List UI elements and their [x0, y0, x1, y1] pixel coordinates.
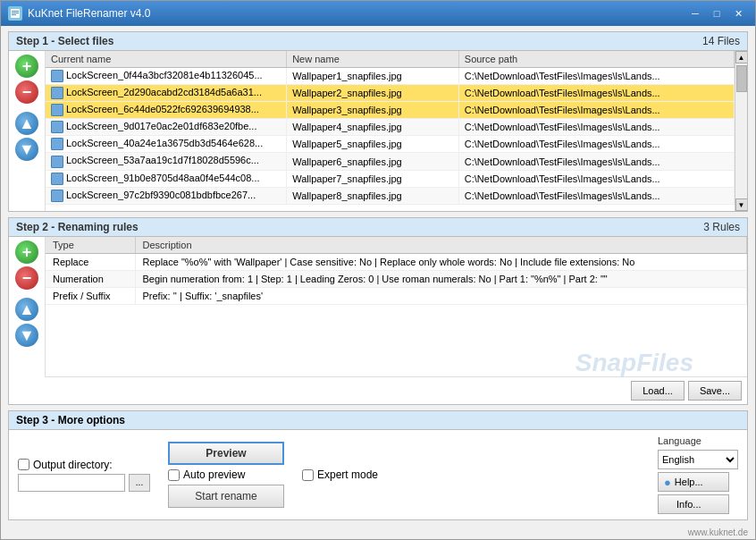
- up-icon-2: ▲: [19, 301, 35, 317]
- expert-mode-text: Expert mode: [317, 468, 378, 481]
- cell-source-path: C:\NetDownload\TestFiles\Images\ls\Lands…: [458, 85, 734, 102]
- cell-current-name: LockScreen_53a7aa19c1d7f18028d5596c...: [46, 153, 287, 170]
- table-row[interactable]: LockScreen_0f44a3bcf32081e4b11326045... …: [46, 68, 735, 85]
- cell-new-name: Wallpaper6_snapfiles.jpg: [287, 153, 459, 170]
- cell-new-name: Wallpaper4_snapfiles.jpg: [287, 119, 459, 136]
- output-dir-checkbox[interactable]: [18, 459, 29, 470]
- output-dir-input[interactable]: [18, 474, 125, 492]
- cell-current-name: LockScreen_9d017e0ac2e01df683e20fbe...: [46, 119, 287, 136]
- cell-source-path: C:\NetDownload\TestFiles\Images\ls\Lands…: [458, 136, 734, 153]
- auto-preview-checkbox[interactable]: [168, 469, 180, 481]
- file-icon: [51, 104, 63, 116]
- step1-down-button[interactable]: ▼: [15, 138, 38, 161]
- col-description: Description: [135, 237, 747, 254]
- step1-remove-button[interactable]: −: [15, 80, 38, 104]
- rule-row[interactable]: Replace Replace "%o%" with 'Wallpaper' |…: [46, 254, 747, 271]
- language-select[interactable]: English Deutsch Français Español: [658, 450, 738, 469]
- table-row[interactable]: LockScreen_91b0e8705d48aa0f4e544c08... W…: [46, 170, 735, 187]
- step1-sidebar: + − ▲ ▼: [9, 51, 45, 211]
- close-button[interactable]: ✕: [728, 5, 748, 21]
- cell-source-path: C:\NetDownload\TestFiles\Images\ls\Lands…: [458, 187, 734, 204]
- cell-type: Replace: [46, 254, 135, 271]
- step2-add-button[interactable]: +: [15, 240, 38, 264]
- table-row[interactable]: LockScreen_9d017e0ac2e01df683e20fbe... W…: [46, 119, 735, 136]
- step2-header: Step 2 - Renaming rules 3 Rules: [9, 218, 747, 237]
- auto-preview-label[interactable]: Auto preview: [168, 468, 245, 481]
- table-row[interactable]: LockScreen_40a24e1a3675db3d5464e628... W…: [46, 136, 735, 153]
- down-icon: ▼: [19, 141, 35, 157]
- cell-current-name: LockScreen_2d290acabd2cd3184d5a6a31...: [46, 85, 287, 102]
- cell-description: Begin numeration from: 1 | Step: 1 | Lea…: [135, 271, 747, 288]
- step1-scrollbar[interactable]: ▲ ▼: [735, 51, 747, 211]
- table-row[interactable]: LockScreen_2d290acabd2cd3184d5a6a31... W…: [46, 85, 735, 102]
- language-label: Language: [658, 435, 738, 446]
- step1-up-button[interactable]: ▲: [15, 112, 38, 135]
- down-icon-2: ▼: [19, 327, 35, 343]
- cell-source-path: C:\NetDownload\TestFiles\Images\ls\Lands…: [458, 170, 734, 187]
- step1-table: Current name New name Source path LockSc…: [46, 51, 735, 205]
- main-window: KuKnet FileRenamer v4.0 ─ □ ✕ Step 1 - S…: [0, 0, 756, 540]
- table-row[interactable]: LockScreen_6c44de0522fc692639694938... W…: [46, 102, 735, 119]
- table-row[interactable]: LockScreen_53a7aa19c1d7f18028d5596c... W…: [46, 153, 735, 170]
- info-label: Info...: [676, 499, 701, 510]
- file-icon: [51, 121, 63, 133]
- cell-new-name: Wallpaper2_snapfiles.jpg: [287, 85, 459, 102]
- scroll-thumb[interactable]: [736, 65, 747, 92]
- expert-mode-checkbox[interactable]: [302, 469, 314, 481]
- auto-preview-text: Auto preview: [183, 468, 245, 481]
- cell-current-name: LockScreen_6c44de0522fc692639694938...: [46, 102, 287, 119]
- expert-mode-label[interactable]: Expert mode: [302, 468, 378, 481]
- cell-current-name: LockScreen_0f44a3bcf32081e4b11326045...: [46, 68, 287, 85]
- output-dir-row: ...: [18, 474, 150, 492]
- minus-icon: −: [22, 84, 32, 100]
- output-dir-group: Output directory: ...: [18, 459, 150, 492]
- help-icon: ●: [664, 476, 671, 489]
- step2-up-button[interactable]: ▲: [15, 298, 38, 321]
- cell-source-path: C:\NetDownload\TestFiles\Images\ls\Lands…: [458, 102, 734, 119]
- footer-url: www.kuknet.de: [688, 527, 748, 537]
- rule-row[interactable]: Numeration Begin numeration from: 1 | St…: [46, 271, 747, 288]
- step2-remove-button[interactable]: −: [15, 266, 38, 290]
- app-icon: [8, 6, 22, 21]
- file-icon: [51, 70, 63, 82]
- step1-add-button[interactable]: +: [15, 55, 38, 78]
- maximize-button[interactable]: □: [707, 5, 727, 21]
- rule-row[interactable]: Prefix / Suffix Prefix: '' | Suffix: '_s…: [46, 288, 747, 305]
- scroll-down-arrow[interactable]: ▼: [735, 198, 748, 211]
- main-content: Step 1 - Select files 14 Files + − ▲ ▼: [1, 26, 755, 526]
- expert-mode-group: Expert mode: [302, 468, 378, 481]
- lang-help-group: Language English Deutsch Français Españo…: [658, 435, 738, 514]
- cell-source-path: C:\NetDownload\TestFiles\Images\ls\Lands…: [458, 68, 734, 85]
- preview-group: Preview Auto preview Start rename: [168, 442, 284, 508]
- step2-sidebar: + − ▲ ▼: [9, 237, 45, 404]
- save-button[interactable]: Save...: [688, 381, 742, 401]
- output-dir-label-text: Output directory:: [33, 459, 113, 471]
- preview-button[interactable]: Preview: [168, 442, 284, 465]
- cell-new-name: Wallpaper7_snapfiles.jpg: [287, 170, 459, 187]
- footer-bar: www.kuknet.de: [1, 526, 755, 539]
- info-button[interactable]: Info...: [658, 494, 729, 514]
- step1-count: 14 Files: [702, 35, 740, 47]
- step2-table-container[interactable]: Type Description Replace Replace "%o%" w…: [45, 237, 747, 376]
- browse-button[interactable]: ...: [129, 474, 150, 492]
- cell-source-path: C:\NetDownload\TestFiles\Images\ls\Lands…: [458, 153, 734, 170]
- step3-body: Output directory: ... Preview Auto previ…: [9, 430, 747, 519]
- table-row[interactable]: LockScreen_97c2bf9390c081bdbfbce267... W…: [46, 187, 735, 204]
- step2-section: Step 2 - Renaming rules 3 Rules + − ▲ ▼: [8, 217, 748, 405]
- col-new-name: New name: [287, 51, 459, 68]
- svg-rect-1: [12, 11, 19, 12]
- cell-current-name: LockScreen_40a24e1a3675db3d5464e628...: [46, 136, 287, 153]
- scroll-up-arrow[interactable]: ▲: [735, 51, 748, 63]
- start-rename-button[interactable]: Start rename: [168, 485, 284, 508]
- output-dir-checkbox-label[interactable]: Output directory:: [18, 459, 150, 471]
- save-load-row: Load... Save...: [45, 376, 747, 404]
- step2-down-button[interactable]: ▼: [15, 324, 38, 347]
- cell-source-path: C:\NetDownload\TestFiles\Images\ls\Lands…: [458, 119, 734, 136]
- help-button[interactable]: ● Help...: [658, 472, 729, 492]
- step1-table-container[interactable]: Current name New name Source path LockSc…: [45, 51, 735, 211]
- cell-current-name: LockScreen_97c2bf9390c081bdbfbce267...: [46, 187, 287, 204]
- file-icon: [51, 87, 63, 99]
- load-button[interactable]: Load...: [631, 381, 685, 401]
- cell-current-name: LockScreen_91b0e8705d48aa0f4e544c08...: [46, 170, 287, 187]
- minimize-button[interactable]: ─: [685, 5, 705, 21]
